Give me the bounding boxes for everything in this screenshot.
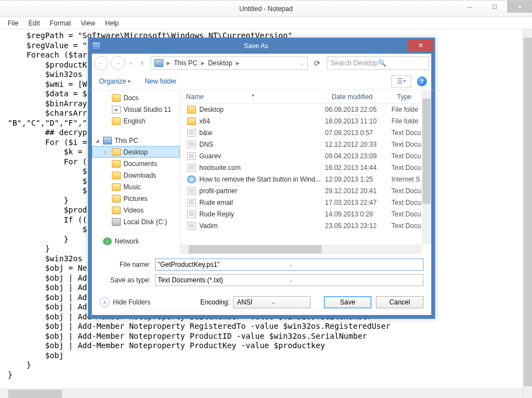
file-row[interactable]: x6418.09.2013 11:10File folde [180, 115, 422, 127]
file-name: x64 [199, 117, 325, 125]
organize-button[interactable]: Organize ▾ [96, 77, 133, 85]
folder-tree[interactable]: Docs ∞Visual Studio 11 English ◢This PC … [92, 90, 180, 254]
maximize-button[interactable]: ☐ [482, 1, 507, 13]
file-row[interactable]: b&w07.09.2013 0:57Text Docu [180, 127, 422, 138]
file-type: Internet S [391, 175, 422, 183]
dialog-titlebar[interactable]: Save As ✕ [89, 38, 435, 54]
tree-downloads[interactable]: Downloads [92, 169, 180, 181]
menu-bar: File Edit Format View Help [0, 17, 532, 29]
collapse-icon[interactable]: ◢ [95, 138, 99, 143]
forward-button[interactable]: → [111, 56, 125, 70]
filename-input[interactable]: "GetProductKey.ps1"⌵ [155, 259, 423, 271]
file-row[interactable]: How to remove the Start button in Wind..… [180, 173, 422, 185]
dialog-title: Save As [104, 42, 408, 50]
tree-docs[interactable]: Docs [92, 92, 180, 104]
file-list: Name Date modified Type Desktop06.09.201… [180, 90, 431, 254]
file-list-header[interactable]: Name Date modified Type [180, 90, 431, 104]
chevron-down-icon[interactable]: ⌵ [290, 262, 421, 267]
tree-drive-c[interactable]: Local Disk (C:) [92, 216, 180, 228]
search-input[interactable]: Search Desktop 🔍 [327, 56, 429, 70]
horizontal-scrollbar[interactable] [0, 389, 523, 398]
address-bar[interactable]: ▶ This PC ▶ Desktop ▶ ⌵ [151, 56, 308, 70]
column-type[interactable]: Type [391, 93, 422, 101]
tree-music[interactable]: Music [92, 181, 180, 193]
tree-english[interactable]: English [92, 115, 180, 127]
network-icon [103, 237, 112, 245]
menu-format[interactable]: Format [45, 18, 75, 28]
file-name: Rude Reply [199, 210, 325, 218]
encoding-label: Encoding: [200, 298, 230, 306]
vertical-scrollbar[interactable] [523, 29, 532, 398]
menu-file[interactable]: File [3, 18, 23, 28]
chevron-down-icon[interactable]: ⌵ [290, 277, 421, 283]
chevron-down-icon[interactable]: ⌵ [272, 299, 307, 305]
save-button[interactable]: Save [324, 296, 371, 308]
chevron-right-icon[interactable]: ▶ [200, 60, 206, 66]
file-date: 14.09.2013 0:28 [325, 210, 391, 218]
file-name: How to remove the Start button in Wind..… [199, 175, 325, 183]
tree-vs11[interactable]: ∞Visual Studio 11 [92, 104, 180, 115]
files-vertical-scrollbar[interactable] [422, 90, 431, 244]
window-titlebar[interactable]: Untitled - Notepad — ☐ ✕ [0, 1, 532, 17]
pc-icon [103, 137, 112, 144]
tree-network[interactable]: Network [92, 235, 180, 247]
file-date: 12.12.2012 20:33 [325, 141, 391, 148]
refresh-button[interactable]: ⟳ [310, 56, 324, 70]
breadcrumb-desktop[interactable]: Desktop [206, 59, 235, 67]
text-file-icon [187, 164, 196, 172]
chevron-right-icon[interactable]: ▶ [235, 60, 241, 66]
save-form: File name: "GetProductKey.ps1"⌵ Save as … [89, 254, 435, 292]
view-options-button[interactable]: ☰ ▾ [391, 75, 411, 87]
file-type: Text Docu [391, 199, 422, 206]
chevron-right-icon[interactable]: ▶ [166, 60, 172, 66]
file-date: 12.09.2013 1:25 [325, 175, 391, 183]
drive-icon [112, 218, 121, 226]
hide-folders-button[interactable]: ʌ Hide Folders [100, 297, 151, 307]
text-file-icon [187, 222, 196, 230]
tree-thispc[interactable]: ◢This PC [92, 135, 180, 146]
file-row[interactable]: Guarev09.04.2013 23:09Text Docu [180, 150, 422, 162]
file-type: Text Docu [391, 164, 422, 172]
expand-icon[interactable]: ▷ [104, 149, 108, 155]
address-dropdown[interactable]: ⌵ [296, 60, 306, 66]
column-name[interactable]: Name [180, 93, 326, 101]
column-date[interactable]: Date modified [326, 93, 391, 101]
file-row[interactable]: Rude Reply14.09.2013 0:28Text Docu [180, 208, 422, 220]
close-button[interactable]: ✕ [507, 1, 532, 13]
menu-help[interactable]: Help [101, 18, 123, 28]
new-folder-button[interactable]: New folder [142, 77, 179, 85]
breadcrumb-thispc[interactable]: This PC [172, 59, 200, 67]
file-row[interactable]: Vadim23.05.2013 23:12Text Docu [180, 220, 422, 231]
file-name: Rude email [199, 199, 325, 206]
folder-icon [112, 183, 121, 191]
folder-icon [187, 117, 196, 125]
dialog-footer: ʌ Hide Folders Encoding: ANSI⌵ Save Canc… [89, 292, 435, 318]
minimize-button[interactable]: — [457, 1, 482, 13]
savetype-select[interactable]: Text Documents (*.txt)⌵ [155, 274, 423, 286]
file-date: 06.09.2013 22:05 [325, 106, 391, 113]
tree-videos[interactable]: Videos [92, 204, 180, 216]
help-button[interactable]: ? [417, 76, 427, 86]
file-row[interactable]: DNS12.12.2012 20:33Text Docu [180, 138, 422, 150]
file-row[interactable]: Rude email17.03.2013 22:47Text Docu [180, 197, 422, 208]
encoding-select[interactable]: ANSI⌵ [233, 296, 311, 308]
file-type: Text Docu [391, 187, 422, 195]
file-row[interactable]: Desktop06.09.2013 22:05File folde [180, 104, 422, 115]
nav-bar: ← → ▾ ↑ ▶ This PC ▶ Desktop ▶ ⌵ ⟳ Search… [89, 54, 435, 73]
up-button[interactable]: ↑ [136, 57, 148, 69]
menu-view[interactable]: View [76, 18, 100, 28]
file-row[interactable]: hootsuite.com16.02.2013 14:44Text Docu [180, 162, 422, 173]
tree-pictures[interactable]: Pictures [92, 193, 180, 204]
file-name: b&w [199, 129, 325, 137]
dialog-close-button[interactable]: ✕ [408, 39, 433, 51]
cancel-button[interactable]: Cancel [376, 296, 423, 308]
files-horizontal-scrollbar[interactable] [180, 245, 422, 254]
file-date: 18.09.2013 11:10 [325, 117, 391, 125]
history-dropdown[interactable]: ▾ [127, 60, 134, 66]
menu-edit[interactable]: Edit [24, 18, 44, 28]
back-button[interactable]: ← [94, 56, 109, 70]
tree-desktop[interactable]: ▷Desktop [92, 146, 180, 158]
file-type: File folde [391, 117, 422, 125]
tree-documents[interactable]: Documents [92, 158, 180, 169]
file-row[interactable]: profit-partner29.12.2012 20:41Text Docu [180, 185, 422, 197]
